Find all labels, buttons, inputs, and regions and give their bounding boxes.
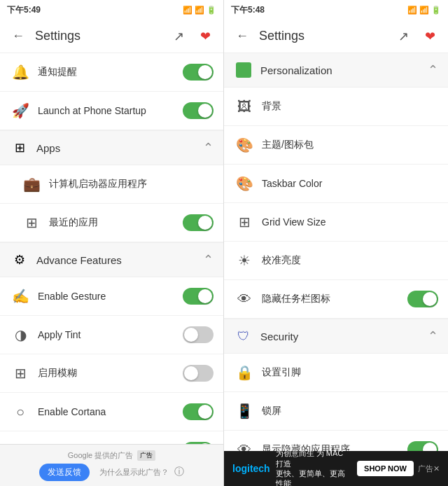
launch-toggle[interactable]: [183, 102, 214, 119]
right-panel: 下午5:48 📶 📶 🔋 ← Settings ↗ ❤ Personalizat…: [224, 0, 448, 486]
apps-section-header[interactable]: ⊞ Apps ⌃: [0, 130, 223, 165]
computer-launcher-item[interactable]: 💼 计算机启动器应用程序: [0, 165, 223, 204]
apps-section-text: Apps: [36, 142, 203, 154]
shop-now-button[interactable]: SHOP NOW: [357, 461, 414, 476]
right-content: Personalization ⌃ 🖼 背景 🎨 主题/图标包 🎨 Taskba…: [224, 53, 448, 451]
back-button[interactable]: ←: [8, 27, 28, 46]
taskbar-color-text: Taskbar Color: [262, 178, 438, 189]
battery-icon: 🔋: [206, 6, 216, 15]
theme-icon: 🎨: [234, 134, 255, 155]
logitech-ad-banner: logitech 为创意而生 为 MAC 打造更快、更简单、更高性能 SHOP …: [224, 451, 448, 486]
background-item[interactable]: 🖼 背景: [224, 88, 448, 126]
feedback-button[interactable]: 发送反馈: [39, 464, 90, 481]
grid-view-text: Grid View Size: [262, 216, 438, 228]
theme-text: 主题/图标包: [262, 139, 438, 151]
personalization-section-header[interactable]: Personalization ⌃: [224, 53, 448, 88]
security-section-header[interactable]: 🛡 Security ⌃: [224, 319, 448, 354]
right-favorite-button[interactable]: ❤: [420, 27, 440, 46]
tint-icon: ◑: [10, 324, 31, 345]
hide-taskbar-toggle[interactable]: [407, 291, 438, 307]
right-header: ← Settings ↗ ❤: [224, 20, 448, 53]
lock-screen-icon: 📱: [234, 401, 255, 422]
cortana-item[interactable]: ○ Enable Cortana: [0, 393, 223, 431]
left-content: 🔔 通知提醒 🚀 Launch at Phone Startup ⊞ Apps …: [0, 53, 223, 444]
ad-close-button[interactable]: 广告✕: [418, 464, 440, 474]
gesture-icon: ✍: [10, 286, 31, 307]
show-hidden-icon: 👁: [234, 439, 255, 451]
hide-taskbar-icons-item[interactable]: 👁 隐藏任务栏图标: [224, 280, 448, 319]
advance-section-header[interactable]: ⚙ Advance Features ⌃: [0, 242, 223, 277]
right-time: 下午5:48: [231, 4, 265, 16]
left-header: ← Settings ↗ ❤: [0, 20, 223, 53]
right-wifi-icon: 📶: [419, 6, 429, 15]
advance-section-text: Advance Features: [36, 254, 203, 266]
right-back-button[interactable]: ←: [232, 27, 252, 46]
personalization-chevron-icon: ⌃: [428, 62, 438, 78]
hide-taskbar-icon: 👁: [234, 289, 255, 310]
logitech-ad-text: 为创意而生 为 MAC 打造更快、更简单、更高性能: [276, 448, 351, 486]
setup-wizard-item[interactable]: 🔒 设置引脚: [224, 354, 448, 392]
launch-icon: 🚀: [10, 100, 31, 121]
show-hidden-toggle[interactable]: [407, 441, 438, 451]
right-battery-icon: 🔋: [431, 6, 441, 15]
green-rect-icon: [236, 62, 251, 78]
tint-text: Apply Tint: [38, 329, 183, 340]
apply-tint-item[interactable]: ◑ Apply Tint: [0, 316, 223, 354]
cortana-toggle[interactable]: [183, 403, 214, 420]
grid-view-item[interactable]: ⊞ Grid View Size: [224, 203, 448, 242]
left-status-bar: 下午5:49 📶 📶 🔋: [0, 0, 223, 20]
recent-apps-toggle[interactable]: [183, 214, 214, 231]
apps-chevron-icon: ⌃: [203, 140, 214, 155]
blur-item[interactable]: ⊞ 启用模糊: [0, 354, 223, 393]
computer-launcher-icon: 💼: [21, 174, 42, 195]
enable-gesture-item[interactable]: ✍ Enable Gesture: [0, 277, 223, 316]
advance-chevron-icon: ⌃: [203, 252, 214, 268]
notifications-toggle[interactable]: [183, 64, 214, 81]
computer-launcher-text: 计算机启动器应用程序: [49, 178, 214, 190]
right-signal-icon: 📶: [407, 6, 417, 15]
cortana-icon: ○: [10, 401, 31, 422]
share-button[interactable]: ↗: [169, 27, 188, 46]
transparent-taskbar-item[interactable]: ⊟ 透明的任务栏: [0, 431, 223, 444]
background-text: 背景: [262, 100, 438, 113]
why-text: 为什么显示此广告？: [99, 467, 169, 478]
launch-text: Launch at Phone Startup: [38, 105, 183, 116]
right-status-icons: 📶 📶 🔋: [407, 6, 441, 15]
recent-apps-icon: ⊞: [21, 212, 42, 233]
logitech-brand: logitech: [232, 463, 270, 474]
brightness-icon: ☀: [234, 250, 255, 271]
gesture-toggle[interactable]: [183, 288, 214, 305]
ad-label-badge: 广告: [137, 450, 155, 461]
right-status-bar: 下午5:48 📶 📶 🔋: [224, 0, 448, 20]
signal-icon: 📶: [183, 6, 192, 15]
recent-apps-text: 最近的应用: [49, 216, 183, 229]
apps-section-icon: ⊞: [10, 138, 29, 158]
notifications-icon: 🔔: [10, 62, 31, 83]
lock-screen-item[interactable]: 📱 锁屏: [224, 392, 448, 431]
why-icon: ⓘ: [174, 466, 184, 478]
blur-text: 启用模糊: [38, 367, 183, 380]
security-section-text: Security: [260, 331, 428, 342]
notifications-item[interactable]: 🔔 通知提醒: [0, 53, 223, 92]
blur-toggle[interactable]: [183, 365, 214, 382]
brightness-item[interactable]: ☀ 校准亮度: [224, 242, 448, 280]
launch-startup-item[interactable]: 🚀 Launch at Phone Startup: [0, 92, 223, 130]
theme-item[interactable]: 🎨 主题/图标包: [224, 126, 448, 165]
gesture-text: Enable Gesture: [38, 291, 183, 302]
favorite-button[interactable]: ❤: [195, 27, 215, 46]
ad-provider-text: Google 提供的广告: [68, 450, 134, 461]
ad-info-row: Google 提供的广告 广告: [68, 450, 156, 461]
left-ad-banner: Google 提供的广告 广告 发送反馈 为什么显示此广告？ ⓘ: [0, 444, 223, 486]
personalization-icon: [234, 60, 253, 80]
grid-view-icon: ⊞: [234, 211, 255, 232]
taskbar-color-item[interactable]: 🎨 Taskbar Color: [224, 165, 448, 203]
tint-toggle[interactable]: [183, 326, 214, 343]
right-header-title: Settings: [259, 29, 386, 43]
recent-apps-item[interactable]: ⊞ 最近的应用: [0, 204, 223, 242]
left-panel: 下午5:49 📶 📶 🔋 ← Settings ↗ ❤ 🔔 通知提醒 🚀 Lau…: [0, 0, 224, 486]
advance-section-icon: ⚙: [10, 250, 29, 270]
cortana-text: Enable Cortana: [38, 406, 183, 417]
taskbar-toggle[interactable]: [183, 442, 214, 444]
background-icon: 🖼: [234, 96, 255, 117]
right-share-button[interactable]: ↗: [393, 27, 413, 46]
